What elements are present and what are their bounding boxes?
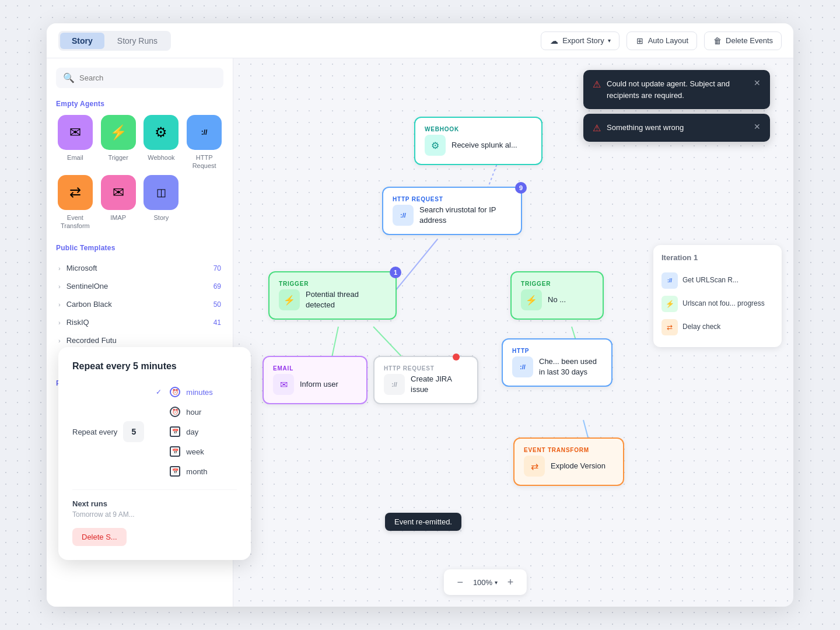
event-re-emitted-badge: Event re-emitted. (385, 513, 461, 531)
iteration-item-2[interactable]: ⚡ Urlscan not fou... progress (662, 292, 774, 316)
repeat-label: Repeat every (72, 428, 117, 436)
agent-email[interactable]: ✉ Email (56, 115, 94, 170)
zoom-value: 100% ▾ (473, 578, 498, 587)
chevron-down-icon: ▾ (608, 37, 611, 44)
next-runs-label: Next runs (72, 499, 237, 508)
event-transform-title: Explode Version (551, 461, 606, 471)
iteration-item-3[interactable]: ⇄ Delay check (662, 316, 774, 339)
trigger-node-icon: ⚡ (279, 289, 300, 310)
chevron-right-icon: › (58, 337, 61, 344)
imap-agent-icon: ✉ (101, 175, 136, 210)
urlscan-not-found-icon: ⚡ (662, 296, 678, 312)
trigger-label: TRIGGER (279, 281, 386, 287)
toast-1-close-button[interactable]: ✕ (754, 78, 761, 88)
template-microsoft[interactable]: › Microsoft 70 (56, 259, 223, 277)
node-event-transform[interactable]: EVENT TRANSFORM ⇄ Explode Version (513, 438, 624, 486)
trigger2-node-icon: ⚡ (521, 289, 542, 310)
delete-events-button[interactable]: 🗑 Delete Events (704, 32, 782, 50)
urlscan-icon: :// (662, 272, 678, 289)
tab-story-runs[interactable]: Story Runs (106, 33, 169, 49)
trigger-badge: 1 (390, 267, 401, 278)
check-title: Che... been used in last 30 days (539, 356, 602, 377)
node-webhook[interactable]: WEBHOOK ⚙ Receive splunk al... (414, 117, 542, 165)
node-jira[interactable]: HTTP REQUEST :// Create JIRA issue (373, 356, 478, 404)
story-agent-icon: ◫ (144, 175, 178, 210)
cal-week-icon: 📅 (170, 446, 180, 457)
search-input[interactable] (79, 74, 216, 82)
agent-event-transform[interactable]: ⇄ EventTransform (56, 175, 94, 230)
repeat-dropdown: Repeat every 5 minutes Repeat every 5 ✓ … (58, 347, 251, 560)
time-options: ✓ ⏰ minutes ✓ ⏰ hour ✓ 📅 day ✓ 📅 w (150, 383, 219, 480)
cal-day-icon: 📅 (170, 426, 180, 437)
main-container: Story Story Runs ☁ Export Story ▾ ⊞ Auto… (47, 23, 793, 607)
agent-trigger[interactable]: ⚡ Trigger (99, 115, 138, 170)
trigger2-title: No ... (548, 295, 566, 305)
template-carbon-black[interactable]: › Carbon Black 50 (56, 295, 223, 313)
empty-agents-title: Empty Agents (56, 100, 223, 108)
http-badge: 9 (515, 182, 527, 194)
email-agent-icon: ✉ (58, 115, 93, 150)
delete-story-button[interactable]: Delete S... (72, 528, 127, 546)
tab-group: Story Story Runs (58, 31, 171, 51)
auto-layout-button[interactable]: ⊞ Auto Layout (626, 32, 697, 50)
http-node-icon: :// (393, 205, 414, 226)
iteration-title: Iteration 1 (662, 253, 774, 262)
agent-imap[interactable]: ✉ IMAP (99, 175, 138, 230)
iteration-item-1[interactable]: :// Get URLScan R... (662, 269, 774, 292)
chevron-right-icon: › (58, 301, 61, 308)
repeat-number: 5 (123, 421, 144, 442)
next-runs: Next runs Tomorrow at 9 AM... (72, 489, 237, 519)
zoom-minus-button[interactable]: − (452, 574, 468, 590)
chevron-right-icon: › (58, 283, 61, 290)
node-email[interactable]: EMAIL ✉ Inform user (262, 356, 368, 404)
delay-check-icon: ⇄ (662, 319, 678, 335)
jira-node-icon: :// (384, 374, 405, 395)
trigger2-label: TRIGGER (521, 281, 593, 287)
agent-http[interactable]: :// HTTPRequest (185, 115, 223, 170)
agent-webhook[interactable]: ⚙ Webhook (142, 115, 181, 170)
red-dot-indicator (453, 354, 460, 360)
webhook-node-icon: ⚙ (425, 135, 446, 156)
node-http-check[interactable]: HTTP :// Che... been used in last 30 day… (502, 338, 612, 387)
node-trigger2[interactable]: TRIGGER ⚡ No ... (510, 271, 604, 320)
webhook-title: Receive splunk al... (452, 140, 517, 150)
search-icon: 🔍 (63, 72, 75, 83)
option-month[interactable]: ✓ 📅 month (150, 463, 219, 480)
clock-minutes-icon: ⏰ (170, 387, 180, 397)
zoom-plus-button[interactable]: + (502, 574, 519, 590)
option-week[interactable]: ✓ 📅 week (150, 443, 219, 460)
agents-grid: ✉ Email ⚡ Trigger ⚙ Webhook :// HTTPRequ… (56, 115, 223, 230)
event-transform-agent-icon: ⇄ (58, 175, 93, 210)
trigger-agent-icon: ⚡ (101, 115, 136, 150)
layout-icon: ⊞ (635, 36, 645, 46)
agent-story[interactable]: ◫ Story (142, 175, 181, 230)
zoom-controls: − 100% ▾ + (444, 569, 527, 595)
jira-title: Create JIRA issue (411, 374, 468, 395)
error-icon-2: ⚠ (593, 123, 601, 134)
public-templates-title: Public Templates (56, 244, 223, 252)
webhook-agent-icon: ⚙ (144, 115, 178, 150)
option-minutes[interactable]: ✓ ⏰ minutes (150, 383, 219, 401)
export-story-button[interactable]: ☁ Export Story ▾ (541, 32, 620, 50)
trigger-title: Potential thread detected (306, 289, 386, 310)
tab-story[interactable]: Story (60, 33, 104, 49)
template-sentinelone[interactable]: › SentinelOne 69 (56, 277, 223, 295)
option-day[interactable]: ✓ 📅 day (150, 423, 219, 440)
top-bar-actions: ☁ Export Story ▾ ⊞ Auto Layout 🗑 Delete … (541, 32, 782, 50)
next-runs-value: Tomorrow at 9 AM... (72, 510, 237, 519)
chevron-right-icon: › (58, 319, 61, 326)
iteration-panel: Iteration 1 :// Get URLScan R... ⚡ Urlsc… (653, 245, 782, 347)
template-riskiq[interactable]: › RiskIQ 41 (56, 313, 223, 331)
email-node-icon: ✉ (273, 374, 294, 395)
option-hour[interactable]: ✓ ⏰ hour (150, 403, 219, 421)
jira-label: HTTP REQUEST (384, 365, 468, 372)
chevron-right-icon: › (58, 265, 61, 272)
node-trigger[interactable]: 1 TRIGGER ⚡ Potential thread detected (268, 271, 397, 320)
node-http-request[interactable]: 9 HTTP REQUEST :// Search virustotal for… (382, 187, 522, 235)
trash-icon: 🗑 (713, 36, 722, 46)
repeat-title: Repeat every 5 minutes (72, 361, 237, 372)
toast-2: ⚠ Something went wrong ✕ (583, 114, 770, 142)
check-node-icon: :// (512, 356, 533, 377)
toast-2-close-button[interactable]: ✕ (754, 122, 761, 131)
clock-hour-icon: ⏰ (170, 407, 180, 417)
